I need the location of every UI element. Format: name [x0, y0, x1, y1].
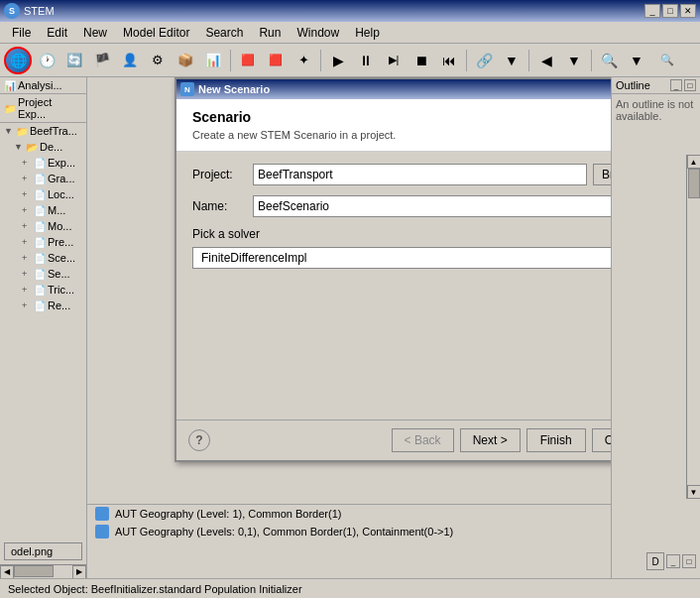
solver-select[interactable]: FiniteDifferenceImpl [192, 247, 611, 269]
toolbar-main-button[interactable]: 🌐 [4, 47, 32, 74]
close-button[interactable]: ✕ [680, 4, 696, 18]
log-item-2: AUT Geography (Levels: 0,1), Common Bord… [87, 523, 611, 540]
tree-item-4[interactable]: + 📄 M... [0, 202, 86, 218]
toolbar-extra2[interactable]: ▼ [561, 48, 587, 73]
toolbar-btn-2[interactable]: 🕐 [34, 48, 59, 73]
tree-item-0-label: De... [40, 141, 62, 153]
tree-item-9[interactable]: + 📄 Tric... [0, 282, 86, 298]
next-button[interactable]: Next > [460, 428, 521, 452]
toolbar-extra1[interactable]: ◀ [533, 48, 559, 73]
refresh-icon: 🔄 [66, 53, 82, 67]
panel-btn-1[interactable]: D [646, 552, 664, 570]
toolbar-stop[interactable]: ⏹ [408, 48, 434, 73]
file-tab[interactable]: odel.png [4, 542, 82, 560]
tree-item-8[interactable]: + 📄 Se... [0, 266, 86, 282]
star-icon: ✦ [298, 53, 309, 67]
outline-maximize[interactable]: □ [684, 79, 696, 91]
globe-icon: 🌐 [10, 53, 27, 68]
panel-tab-analysis[interactable]: 📊 Analysi... [0, 77, 86, 94]
panel-btn-3[interactable]: □ [682, 554, 696, 568]
toolbar-link[interactable]: 🔗 [471, 48, 497, 73]
red-square-icon: 🟥 [241, 54, 255, 66]
project-tree: ▼ 📁 BeefTra... ▼ 📂 De... + 📄 Exp... + 📄 … [0, 123, 86, 538]
tree-item-2[interactable]: + 📄 Gra... [0, 171, 86, 186]
toolbar-zoom[interactable]: 🔍 [657, 51, 677, 70]
status-text: Selected Object: BeefInitializer.standar… [8, 583, 302, 595]
tree-item-6[interactable]: + 📄 Pre... [0, 234, 86, 250]
toolbar-btn-9[interactable]: 🟥 [235, 48, 261, 73]
solver-select-wrapper: FiniteDifferenceImpl [192, 247, 611, 269]
scroll-right-btn[interactable]: ▶ [72, 565, 86, 579]
tree-item-3[interactable]: + 📄 Loc... [0, 186, 86, 202]
toolbar-btn-4[interactable]: 🏴 [89, 48, 115, 73]
menu-model-editor[interactable]: Model Editor [115, 24, 197, 42]
horizontal-scrollbar[interactable]: ◀ ▶ [0, 564, 86, 578]
tree-item-1-label: Exp... [48, 157, 75, 169]
panel-tab-project[interactable]: 📁 Project Exp... [0, 94, 86, 123]
menu-run[interactable]: Run [251, 24, 289, 42]
tree-item-8-label: Se... [48, 268, 70, 280]
menu-search[interactable]: Search [197, 24, 251, 42]
tree-item-7[interactable]: + 📄 Sce... [0, 250, 86, 266]
tree-item-10[interactable]: + 📄 Re... [0, 298, 86, 313]
clock-icon: 🕐 [39, 53, 56, 68]
cancel-button[interactable]: Cancel [592, 428, 611, 452]
dialog-content-area [192, 279, 611, 408]
menu-new[interactable]: New [75, 24, 115, 42]
help-button[interactable]: ? [188, 429, 210, 451]
menu-window[interactable]: Window [289, 24, 347, 42]
toolbar-btn-3[interactable]: 🔄 [61, 48, 87, 73]
toolbar-btn-7[interactable]: 📦 [173, 48, 198, 73]
toolbar-play[interactable]: ▶ [325, 48, 351, 73]
tree-root[interactable]: ▼ 📁 BeefTra... [0, 123, 86, 139]
scroll-down-btn[interactable]: ▼ [687, 485, 701, 499]
scroll-track-v[interactable] [687, 169, 700, 485]
name-input[interactable] [253, 195, 611, 217]
toolbar-pause[interactable]: ⏸ [353, 48, 379, 73]
finish-button[interactable]: Finish [526, 428, 586, 452]
toolbar-extra4[interactable]: ▼ [624, 48, 649, 73]
menu-help[interactable]: Help [347, 24, 388, 42]
outline-minimize[interactable]: _ [670, 79, 682, 91]
toolbar-down[interactable]: ▼ [499, 48, 525, 73]
tree-root-label: BeefTra... [30, 125, 77, 137]
main-area: 📊 Analysi... 📁 Project Exp... ▼ 📁 BeefTr… [0, 77, 700, 578]
toolbar-btn-5[interactable]: 👤 [117, 48, 143, 73]
back-button[interactable]: < Back [392, 428, 454, 452]
outline-header: Outline _ □ [612, 77, 700, 94]
toolbar-step[interactable]: ▶| [381, 48, 407, 73]
toolbar-btn-10[interactable]: 🟥 [263, 48, 289, 73]
scroll-thumb[interactable] [14, 565, 54, 577]
tree-item-1[interactable]: + 📄 Exp... [0, 155, 86, 171]
right-panel: Outline _ □ An outline is not available.… [611, 77, 700, 578]
scroll-up-btn[interactable]: ▲ [687, 155, 701, 169]
project-row: Project: BeefTransport Browse [192, 164, 611, 185]
tree-item-0[interactable]: ▼ 📂 De... [0, 139, 86, 155]
scroll-thumb-v[interactable] [688, 169, 700, 198]
scroll-left-btn[interactable]: ◀ [0, 565, 14, 579]
settings-icon: ⚙ [152, 53, 164, 67]
scroll-track[interactable] [14, 565, 72, 578]
maximize-button[interactable]: □ [662, 4, 678, 18]
dialog-title-bar[interactable]: N New Scenario _ □ ✕ [176, 79, 611, 99]
menu-edit[interactable]: Edit [39, 24, 75, 42]
panel-btn-2[interactable]: _ [666, 554, 680, 568]
toolbar-rewind[interactable]: ⏮ [436, 48, 462, 73]
right-scrollbar[interactable]: ▲ ▼ [686, 155, 700, 499]
browse-button[interactable]: Browse [593, 164, 611, 185]
menu-file[interactable]: File [4, 24, 39, 42]
toolbar-btn-8[interactable]: 📊 [200, 48, 226, 73]
toolbar-btn-11[interactable]: ✦ [291, 48, 316, 73]
toolbar-btn-6[interactable]: ⚙ [145, 48, 171, 73]
tree-item-9-label: Tric... [48, 284, 74, 296]
toolbar-extra3[interactable]: 🔍 [596, 48, 622, 73]
dialog-scenario-desc: Create a new STEM Scenario in a project. [192, 129, 611, 141]
separator-4 [528, 50, 529, 71]
bottom-log-area: AUT Geography (Level: 1), Common Border(… [87, 504, 611, 578]
name-row: Name: [192, 195, 611, 217]
minimize-button[interactable]: _ [644, 4, 660, 18]
outline-text: An outline is not available. [616, 98, 693, 122]
tree-item-5[interactable]: + 📄 Mo... [0, 218, 86, 234]
chart-icon: 📊 [205, 53, 221, 67]
project-select[interactable]: BeefTransport [253, 164, 587, 185]
